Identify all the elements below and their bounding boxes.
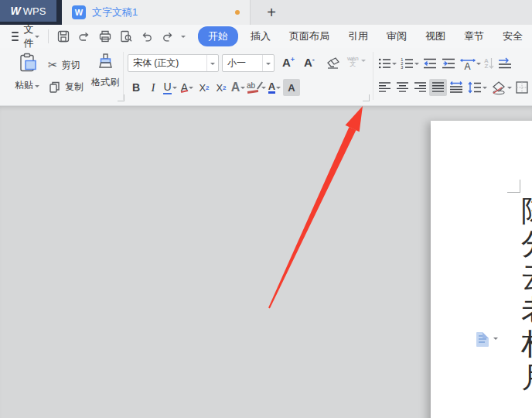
paste-dropdown-chevron-icon[interactable] xyxy=(35,85,39,90)
font-family-select[interactable]: 宋体 (正文) xyxy=(128,54,219,72)
bullet-list-button[interactable] xyxy=(376,55,398,72)
show-marks-button[interactable] xyxy=(496,55,514,72)
superscript-button[interactable]: X2 xyxy=(196,79,213,96)
numbered-list-button[interactable]: 1 2 3 xyxy=(398,55,421,72)
pinyin-guide-icon: wén 文 xyxy=(347,54,359,67)
file-menu[interactable]: 文件 xyxy=(24,22,36,50)
line-spacing-button[interactable] xyxy=(466,79,489,96)
font-color-chevron-icon xyxy=(276,87,281,91)
font-size-select[interactable]: 小一 xyxy=(222,54,275,72)
redo-icon xyxy=(161,29,175,43)
tab-review[interactable]: 审阅 xyxy=(377,27,416,46)
shading-icon xyxy=(490,81,507,95)
align-left-icon xyxy=(377,81,392,94)
increase-font-size-button[interactable]: A+ xyxy=(282,56,295,69)
new-tab-button[interactable]: + xyxy=(261,2,281,22)
subscript-glyph: X xyxy=(216,82,223,94)
font-family-value: 宋体 (正文) xyxy=(128,57,206,70)
text-direction-button[interactable]: A xyxy=(458,55,483,72)
increase-indent-button[interactable] xyxy=(439,55,458,72)
italic-button[interactable]: I xyxy=(145,79,162,96)
paste-options-icon xyxy=(476,332,489,347)
document-page[interactable]: 陈 分 云 老 村 月 xyxy=(431,121,532,418)
redo-button[interactable] xyxy=(160,29,176,44)
titlebar: W WPS W 文字文稿1 + xyxy=(0,0,532,25)
font-group: 宋体 (正文) 小一 A+ A- wén 文 xyxy=(126,51,372,102)
hamburger-menu-icon[interactable] xyxy=(12,32,19,41)
wps-logo-icon: W xyxy=(11,5,19,17)
tab-section[interactable]: 章节 xyxy=(455,27,493,46)
align-center-icon xyxy=(395,81,410,94)
subscript-button[interactable]: X2 xyxy=(213,79,230,96)
print-button[interactable] xyxy=(97,29,113,44)
tab-page-layout[interactable]: 页面布局 xyxy=(280,27,339,46)
copy-icon xyxy=(48,81,61,94)
distribute-button[interactable] xyxy=(447,79,466,96)
format-painter-label: 格式刷 xyxy=(88,76,122,89)
highlight-icon: ab xyxy=(247,81,261,94)
customize-toolbar-chevron-icon[interactable] xyxy=(181,36,186,40)
export-button[interactable] xyxy=(77,29,92,44)
tab-view[interactable]: 视图 xyxy=(416,27,455,46)
align-center-button[interactable] xyxy=(394,79,411,96)
underline-button[interactable]: U xyxy=(162,79,179,96)
border-button[interactable] xyxy=(513,79,530,96)
file-menu-chevron-icon[interactable] xyxy=(35,36,39,40)
pinyin-guide-button[interactable]: wén 文 xyxy=(347,54,366,67)
font-dialog-launcher[interactable] xyxy=(363,94,370,101)
character-shading-button[interactable]: A xyxy=(283,79,300,96)
cut-button[interactable]: ✂ 剪切 xyxy=(48,58,80,72)
tab-insert[interactable]: 插入 xyxy=(241,27,280,46)
print-preview-icon xyxy=(119,29,133,43)
format-painter-button[interactable]: 格式刷 xyxy=(88,53,122,89)
undo-button[interactable] xyxy=(139,29,155,44)
paste-options-button[interactable] xyxy=(476,332,498,347)
font-size-chevron-icon xyxy=(266,63,271,67)
tab-security[interactable]: 安全 xyxy=(493,27,532,46)
decrease-font-sign: - xyxy=(312,56,315,63)
wps-home-button[interactable]: W WPS xyxy=(0,0,56,22)
decrease-indent-icon xyxy=(422,57,438,70)
superscript-mark: 2 xyxy=(206,84,209,91)
pinyin-chevron-icon xyxy=(361,60,366,64)
highlight-button[interactable]: ab xyxy=(247,79,266,96)
decrease-font-glyph: A xyxy=(304,56,312,69)
document-canvas[interactable]: 陈 分 云 老 村 月 xyxy=(0,106,532,418)
print-preview-button[interactable] xyxy=(118,29,134,44)
document-tab-title: 文字文稿1 xyxy=(92,5,138,19)
font-family-chevron-icon xyxy=(210,63,215,67)
bold-button[interactable]: B xyxy=(128,79,145,96)
clear-format-button[interactable] xyxy=(326,57,340,74)
strikethrough-button[interactable]: A xyxy=(179,79,196,96)
font-color-button[interactable]: A xyxy=(266,79,283,96)
wps-menu-area: W WPS xyxy=(0,0,62,25)
text-effects-button[interactable]: A xyxy=(230,79,247,96)
align-left-button[interactable] xyxy=(376,79,394,96)
document-character: 村 xyxy=(521,327,532,361)
ribbon: 粘贴 ✂ 剪切 复制 格式刷 xyxy=(0,48,532,106)
document-tab[interactable]: W 文字文稿1 xyxy=(62,0,251,25)
document-character: 陈 xyxy=(521,194,532,228)
tab-references[interactable]: 引用 xyxy=(339,27,377,46)
paste-button[interactable]: 粘贴 xyxy=(11,53,43,92)
paste-options-chevron-icon[interactable] xyxy=(493,337,498,342)
copy-button[interactable]: 复制 xyxy=(48,81,84,94)
decrease-indent-button[interactable] xyxy=(421,55,439,72)
sort-button[interactable]: A Z xyxy=(483,55,496,72)
numbered-list-chevron-icon xyxy=(414,63,419,67)
tab-home[interactable]: 开始 xyxy=(198,26,238,46)
copy-label: 复制 xyxy=(65,81,84,94)
justify-button[interactable] xyxy=(429,79,447,96)
increase-indent-icon xyxy=(441,57,456,70)
save-button[interactable] xyxy=(56,29,71,44)
character-shading-glyph: A xyxy=(288,82,295,94)
strikethrough-glyph: A xyxy=(181,81,188,94)
wps-logo-text: WPS xyxy=(23,5,46,17)
writer-document-icon: W xyxy=(72,5,86,19)
document-text-column[interactable]: 陈 分 云 老 村 月 xyxy=(521,194,532,394)
shading-button[interactable] xyxy=(489,79,513,96)
align-right-button[interactable] xyxy=(411,79,429,96)
underline-chevron-icon xyxy=(172,87,177,91)
document-character: 云 xyxy=(521,261,532,294)
decrease-font-size-button[interactable]: A- xyxy=(304,56,315,69)
